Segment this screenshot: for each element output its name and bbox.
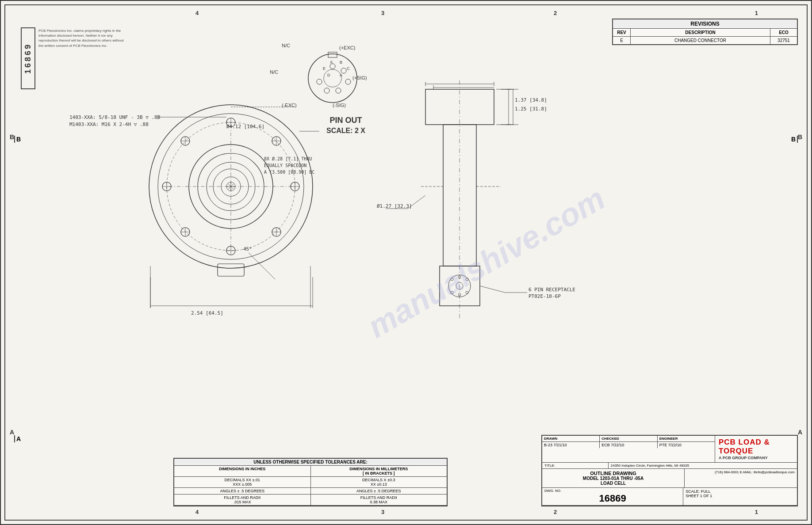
dim-top-2: 1.25 [31.8] (515, 106, 547, 112)
pin-f: F (330, 60, 333, 65)
pin-d: D (327, 73, 330, 77)
tol-inches-fillets: FILLETS AND RADII .015 MAX (174, 495, 311, 505)
tol-inches-angles: ANGLES ± .5 DEGREES (174, 488, 311, 494)
svg-line-64 (249, 253, 275, 279)
drawing-type: LOAD CELL (546, 481, 681, 486)
title-block: DRAWN CHECKED ENGINEER B-23 7/21/10 ECB … (541, 435, 798, 506)
svg-rect-40 (425, 89, 494, 125)
revisions-column-headers: REV DESCRIPTION ECO (613, 29, 797, 37)
tol-row-angles: ANGLES ± .5 DEGREES ANGLES ± .5 DEGREES (174, 488, 447, 495)
pin-out-scale: SCALE: 2 X (302, 127, 390, 135)
rev-eco-e: 32751 (770, 37, 797, 44)
pin-a: A (340, 73, 342, 77)
dwgno-label: DWG. NO. (544, 489, 681, 493)
pin-exc-neg: (-EXC) (282, 103, 297, 108)
svg-point-74 (324, 69, 341, 87)
svg-line-86 (480, 286, 505, 293)
right-b-marker: B (791, 136, 798, 143)
svg-point-72 (324, 88, 329, 93)
pin-b: B (340, 60, 342, 65)
svg-rect-46 (443, 125, 476, 266)
svg-point-70 (345, 79, 351, 84)
tol-mm-dec: DECIMALS X ±0.3 XX ±0.13 (311, 477, 447, 487)
company-addr1: 24350 Indoplex Circle, Farmington Hills,… (609, 463, 797, 468)
svg-point-73 (317, 79, 322, 84)
shaft-dia-dim: Ø1.27 [32.3] (377, 203, 412, 209)
pin-e: E (323, 66, 326, 71)
angle-label: 45° (243, 246, 252, 252)
pin-out-label: PIN OUT (302, 116, 390, 125)
tolerance-header: UNLESS OTHERWISE SPECIFIED TOLERANCES AR… (174, 459, 447, 466)
tol-mm-fillets: FILLETS AND RADII 0.38 MAX (311, 495, 447, 505)
drawing-title-area: OUTLINE DRAWING MODEL 1203-01A THRU -05A… (542, 469, 685, 487)
title-label: TITLE: (542, 463, 609, 468)
drawn-val: B-23 7/21/10 (542, 442, 600, 448)
engineer-val: PTE 7/22/10 (658, 442, 715, 448)
svg-rect-39 (218, 264, 244, 276)
tol-inches-dec: DECIMALS XX ±.01 XXX ±.005 (174, 477, 311, 487)
scale-val: FULL (701, 489, 711, 494)
drawing-title: OUTLINE DRAWING (546, 471, 681, 476)
company-name-main: PCB LOAD & TORQUE (719, 438, 793, 456)
company-sub: A PCB GROUP COMPANY (719, 456, 793, 460)
rev-col-desc: DESCRIPTION (631, 29, 770, 36)
svg-point-56 (451, 291, 453, 294)
svg-point-53 (451, 278, 453, 281)
svg-point-55 (466, 278, 468, 281)
pin-sig-pos: (+SIG) (352, 75, 367, 80)
svg-point-71 (336, 88, 341, 93)
tol-col-headers: DIMENSIONS IN INCHES DIMENSIONS IN MILLI… (174, 466, 447, 477)
rev-desc-e: CHANGED CONNECTOR (631, 37, 770, 44)
left-b-marker: B (14, 136, 21, 143)
connector-model: PT02E-10-6P (529, 293, 561, 299)
drawn-label: DRAWN (542, 436, 600, 441)
left-a-marker: A (14, 435, 21, 442)
rev-col-rev: REV (613, 29, 631, 36)
pin-nc-top: N/C (282, 43, 290, 48)
checked-val: ECB 7/22/10 (600, 442, 657, 448)
tol-row-decimals: DECIMALS XX ±.01 XXX ±.005 DECIMALS X ±0… (174, 477, 447, 488)
dim-top-1: 1.37 [34.8] (515, 97, 547, 103)
tolerance-block: UNLESS OTHERWISE SPECIFIED TOLERANCES AR… (173, 458, 448, 506)
engineer-label: ENGINEER (658, 436, 715, 441)
thread-spec2: M1403-XXA: M16 X 2-4H ▽ .88 (69, 122, 149, 127)
company-addr2: (716) 684-0001 E-MAIL: ltinfo@pcbloadtor… (685, 469, 797, 487)
tol-mm-header: DIMENSIONS IN MILLIMETERS [ IN BRACKETS … (311, 466, 447, 476)
overall-width-dim: 2.54 [64.5] (191, 310, 223, 316)
pcb-logo-area: PCB LOAD & TORQUE A PCB GROUP COMPANY (715, 436, 797, 462)
svg-point-58 (466, 291, 468, 294)
pin-nc-left: N/C (270, 69, 278, 75)
checked-label: CHECKED (600, 436, 657, 441)
tol-row-fillets: FILLETS AND RADII .015 MAX FILLETS AND R… (174, 495, 447, 506)
pin-exc-pos: (+EXC) (339, 45, 355, 50)
drawing-container: 4 3 2 1 4 3 2 1 B A B A 16869 PCB Piezot… (0, 0, 812, 525)
tol-mm-angles: ANGLES ± .5 DEGREES (311, 488, 447, 494)
sheet-val: 1 OF 1 (700, 494, 712, 498)
hole-pattern: 8X Ø.28 [7.1] THRU EQUALLY SPACEDON A {3… (264, 156, 314, 175)
revisions-header: REVISIONS (613, 19, 797, 29)
tol-inches-header: DIMENSIONS IN INCHES (174, 466, 311, 476)
sheet-label: SHEET (686, 494, 699, 498)
thread-spec: 1403-XXA: 5/8-18 UNF - 3B ▽ .88 (69, 114, 160, 120)
dwg-number: 16869 (544, 493, 681, 504)
revision-row-e: E CHANGED CONNECTOR 32751 (613, 37, 797, 44)
pin-sig-neg: (-SIG) (333, 103, 346, 108)
pin-c: C (347, 66, 350, 71)
main-dia-dim: Ø4.12 [104.6] (226, 124, 264, 129)
svg-rect-67 (328, 52, 337, 57)
revisions-block: REVISIONS REV DESCRIPTION ECO E CHANGED … (612, 19, 798, 45)
connector-label: 6 PIN RECEPTACLE (529, 287, 575, 293)
svg-rect-50 (440, 266, 480, 306)
drawing-subtitle: MODEL 1203-01A THRU -05A (546, 476, 681, 481)
rev-e: E (613, 37, 631, 44)
rev-col-eco: ECO (770, 29, 797, 36)
scale-label: SCALE: (686, 489, 700, 494)
